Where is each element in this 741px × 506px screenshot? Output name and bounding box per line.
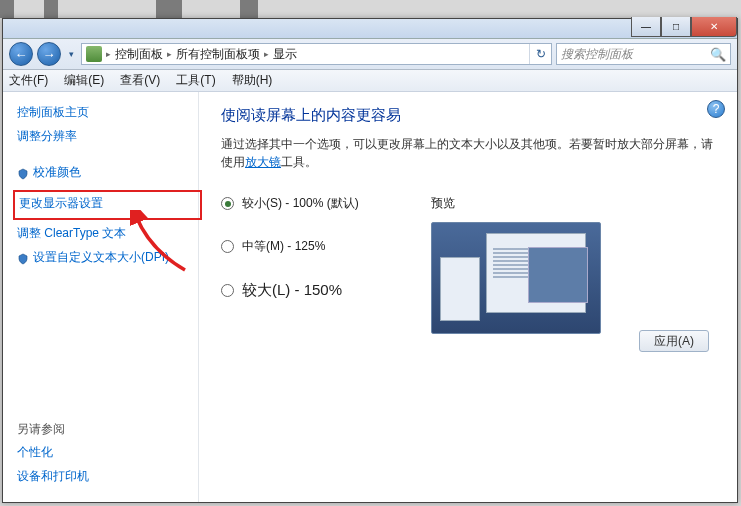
see-also-personalize[interactable]: 个性化 — [17, 442, 89, 462]
refresh-button[interactable]: ↻ — [529, 44, 551, 64]
nav-toolbar: ← → ▾ ▸ 控制面板 ▸ 所有控制面板项 ▸ 显示 ↻ 搜索控制面板 🔍 — [3, 39, 737, 70]
highlight-box: 更改显示器设置 — [13, 190, 202, 220]
shield-icon — [17, 168, 29, 180]
search-input[interactable]: 搜索控制面板 🔍 — [556, 43, 731, 65]
back-button[interactable]: ← — [9, 42, 33, 66]
sidebar-adjust-resolution[interactable]: 调整分辨率 — [17, 126, 198, 146]
shield-icon — [17, 253, 29, 265]
menu-bar: 文件(F) 编辑(E) 查看(V) 工具(T) 帮助(H) — [3, 70, 737, 92]
sidebar-home[interactable]: 控制面板主页 — [17, 102, 198, 122]
search-icon: 🔍 — [710, 47, 726, 62]
see-also: 另请参阅 个性化 设备和打印机 — [17, 421, 89, 490]
radio-icon — [221, 284, 234, 297]
control-panel-icon — [86, 46, 102, 62]
preview-image — [431, 222, 601, 334]
breadcrumb-seg[interactable]: 显示 — [273, 46, 297, 63]
preview-label: 预览 — [431, 195, 715, 212]
page-title: 使阅读屏幕上的内容更容易 — [221, 106, 715, 125]
radio-label: 中等(M) - 125% — [242, 238, 325, 255]
magnifier-link[interactable]: 放大镜 — [245, 155, 281, 169]
breadcrumb-seg[interactable]: 所有控制面板项 — [176, 46, 260, 63]
see-also-header: 另请参阅 — [17, 421, 89, 438]
breadcrumb-sep-icon: ▸ — [264, 49, 269, 59]
radio-medium[interactable]: 中等(M) - 125% — [221, 238, 431, 255]
address-bar[interactable]: ▸ 控制面板 ▸ 所有控制面板项 ▸ 显示 ↻ — [81, 43, 552, 65]
help-icon[interactable]: ? — [707, 100, 725, 118]
menu-tools[interactable]: 工具(T) — [176, 72, 215, 89]
close-button[interactable]: ✕ — [691, 17, 737, 37]
sidebar-calibrate-color[interactable]: 校准颜色 — [17, 162, 198, 186]
radio-label: 较大(L) - 150% — [242, 281, 342, 300]
radio-large[interactable]: 较大(L) - 150% — [221, 281, 431, 300]
minimize-button[interactable]: — — [631, 17, 661, 37]
size-options: 较小(S) - 100% (默认) 中等(M) - 125% 较大(L) - 1… — [221, 195, 431, 334]
radio-small[interactable]: 较小(S) - 100% (默认) — [221, 195, 431, 212]
forward-button[interactable]: → — [37, 42, 61, 66]
sidebar-dpi[interactable]: 设置自定义文本大小(DPI) — [17, 247, 198, 271]
apply-button[interactable]: 应用(A) — [639, 330, 709, 352]
page-description: 通过选择其中一个选项，可以更改屏幕上的文本大小以及其他项。若要暂时放大部分屏幕，… — [221, 135, 715, 171]
content-pane: ? 使阅读屏幕上的内容更容易 通过选择其中一个选项，可以更改屏幕上的文本大小以及… — [199, 92, 737, 502]
menu-help[interactable]: 帮助(H) — [232, 72, 273, 89]
window: — □ ✕ ← → ▾ ▸ 控制面板 ▸ 所有控制面板项 ▸ 显示 ↻ 搜索控制… — [2, 18, 738, 503]
sidebar-change-display[interactable]: 更改显示器设置 — [19, 193, 196, 213]
sidebar-cleartype[interactable]: 调整 ClearType 文本 — [17, 223, 198, 243]
menu-file[interactable]: 文件(F) — [9, 72, 48, 89]
sidebar-item-label: 设置自定义文本大小(DPI) — [33, 247, 169, 267]
sidebar: 控制面板主页 调整分辨率 校准颜色 更改显示器设置 调整 ClearType 文… — [3, 92, 199, 502]
radio-icon — [221, 240, 234, 253]
maximize-button[interactable]: □ — [661, 17, 691, 37]
search-placeholder: 搜索控制面板 — [561, 46, 633, 63]
breadcrumb-sep-icon: ▸ — [106, 49, 111, 59]
radio-icon — [221, 197, 234, 210]
menu-view[interactable]: 查看(V) — [120, 72, 160, 89]
titlebar[interactable]: — □ ✕ — [3, 19, 737, 39]
see-also-devices[interactable]: 设备和打印机 — [17, 466, 89, 486]
breadcrumb-seg[interactable]: 控制面板 — [115, 46, 163, 63]
history-drop-icon[interactable]: ▾ — [65, 44, 77, 64]
menu-edit[interactable]: 编辑(E) — [64, 72, 104, 89]
sidebar-item-label: 校准颜色 — [33, 162, 81, 182]
radio-label: 较小(S) - 100% (默认) — [242, 195, 359, 212]
breadcrumb-sep-icon: ▸ — [167, 49, 172, 59]
